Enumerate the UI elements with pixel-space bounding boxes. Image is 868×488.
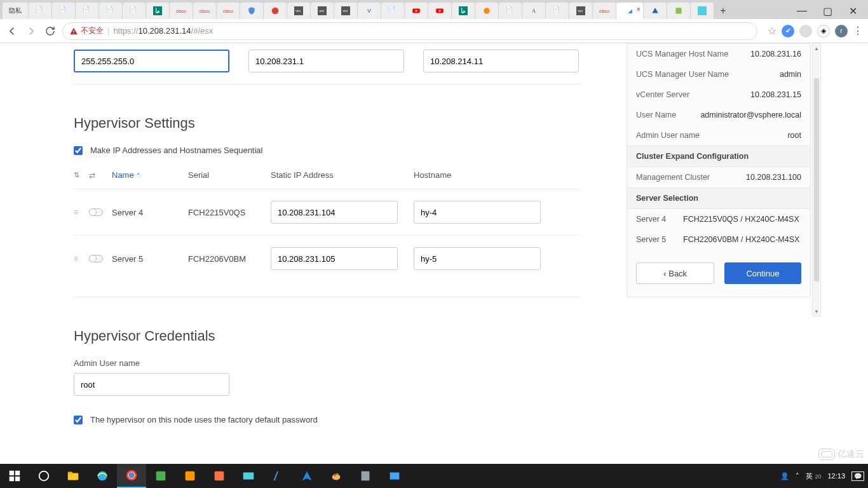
extension-icon-2[interactable] [799,25,812,37]
tab-bing-2[interactable] [452,3,475,19]
tab-vm-3[interactable]: vm [334,3,357,19]
profile-avatar[interactable]: r [835,25,848,37]
tab-cisco-1[interactable]: cisco [170,3,193,19]
filter-toggle-icon[interactable]: ⇄ [89,171,112,180]
scroll-up-icon[interactable]: ▲ [813,44,820,53]
admin-user-input[interactable] [74,373,229,396]
cell-ip-input[interactable] [271,201,398,224]
window-close[interactable]: ✕ [840,3,865,19]
ucs-host-label: UCS Manager Host Name [636,50,728,58]
tab-bing[interactable] [146,3,169,19]
tab-private[interactable]: 隐私 [3,3,28,19]
nav-reload-button[interactable] [43,24,57,38]
drag-handle-icon[interactable]: ≡ [74,254,89,263]
start-button[interactable] [0,464,29,488]
svg-rect-31 [215,471,224,481]
taskbar-app-7[interactable] [322,464,351,488]
taskbar-tray-chevron[interactable]: ˄ [796,472,799,480]
tab-green[interactable] [667,3,690,19]
tab-2[interactable]: 📄 [29,3,51,19]
gateway-input[interactable] [248,50,404,72]
tab-doc-2[interactable]: 📄 [499,3,522,19]
tab-cyan[interactable] [691,3,714,19]
taskbar-people-icon[interactable]: 👤 [780,472,789,480]
dns-input[interactable] [423,50,579,72]
cortana-button[interactable] [29,464,58,488]
taskbar-chrome[interactable] [117,464,146,488]
factory-pw-checkbox-label: The hypervisor on this node uses the fac… [90,415,318,424]
taskbar-ie[interactable] [88,464,117,488]
row-toggle[interactable] [89,255,112,262]
tab-vm-4[interactable]: vm [569,3,592,19]
tab-vm-1[interactable]: vm [287,3,310,19]
url-input[interactable]: 不安全 | https://10.208.231.14/#/esx [62,22,757,40]
factory-pw-checkbox[interactable] [74,416,83,424]
tab-4[interactable]: 📄 [76,3,98,19]
summary-scrollbar[interactable]: ▲ ▼ [812,43,821,316]
factory-pw-checkbox-row[interactable]: The hypervisor on this node uses the fac… [74,415,591,424]
sequential-checkbox-row[interactable]: Make IP Addresses and Hostnames Sequenti… [74,146,591,155]
tab-shield[interactable] [240,3,263,19]
taskbar-app-9[interactable] [380,464,409,488]
sort-direction-icon[interactable]: ⇅ [74,171,89,179]
taskbar-ime[interactable]: 英 20 [806,471,821,481]
chevron-left-icon: ‹ [663,269,666,278]
nav-forward-button[interactable] [24,24,38,38]
extension-icon-1[interactable]: ✔ [782,25,794,37]
extension-icon-3[interactable]: ◈ [817,25,830,37]
hypervisor-credentials-heading: Hypervisor Credentials [74,328,591,344]
cell-hostname-input[interactable] [414,201,541,224]
taskbar-app-8[interactable] [351,464,380,488]
ucs-user-value: admin [780,70,801,79]
window-minimize[interactable]: — [789,3,815,19]
tab-yt-1[interactable] [405,3,428,19]
taskbar-app-5[interactable] [263,464,292,488]
tab-tri-blue[interactable] [644,3,667,19]
col-name-header[interactable]: Name ˄ [112,170,188,180]
taskbar-clock[interactable]: 12:13 [827,472,845,480]
browser-menu-button[interactable]: ⋮ [853,25,863,37]
tab-cisco-2[interactable]: cisco [193,3,216,19]
ucs-user-label: UCS Manager User Name [636,70,729,79]
tab-cisco-3[interactable]: cisco [217,3,240,19]
tab-doc[interactable]: 📄 [381,3,404,19]
scroll-down-icon[interactable]: ▼ [813,307,820,316]
taskbar-app-6[interactable] [292,464,322,488]
tab-doc-3[interactable]: 📄 [546,3,569,19]
tab-a[interactable]: A [522,3,545,19]
svg-text:vm: vm [342,9,348,13]
tab-huawei[interactable] [264,3,287,19]
tab-vm-2[interactable]: vm [311,3,334,19]
tab-yt-2[interactable] [428,3,451,19]
taskbar-app-1[interactable] [146,464,175,488]
window-maximize[interactable]: ▢ [815,3,840,19]
tab-6[interactable]: 📄 [123,3,146,19]
subnet-mask-input[interactable] [74,50,229,72]
new-tab-button[interactable]: + [714,3,732,19]
taskbar-notifications-icon[interactable]: 💬 [851,471,864,481]
scroll-thumb[interactable] [814,78,819,281]
row-toggle[interactable] [89,208,112,216]
tab-5[interactable]: 📄 [99,3,122,19]
nav-back-button[interactable] [5,24,19,38]
tab-3[interactable]: 📄 [52,3,75,19]
tab-active[interactable]: ◢✕ [616,3,643,19]
tab-v[interactable]: V [358,3,381,19]
cell-hostname-input[interactable] [414,247,541,270]
taskbar-app-4[interactable] [234,464,263,488]
close-icon[interactable]: ✕ [636,6,641,13]
admin-user-label: Admin User name [636,131,700,140]
tab-orange[interactable] [475,3,498,19]
taskbar-explorer[interactable] [58,464,88,488]
back-button[interactable]: ‹Back [636,262,714,284]
watermark: 亿速云 [818,449,864,460]
cell-ip-input[interactable] [271,247,398,270]
taskbar-app-2[interactable] [175,464,205,488]
continue-button[interactable]: Continue [724,262,801,284]
drag-handle-icon[interactable]: ≡ [74,208,89,217]
bookmark-star-icon[interactable]: ☆ [768,25,776,37]
sequential-checkbox[interactable] [74,146,83,155]
server4-value: FCH2215V0QS / HX240C-M4SX [683,215,799,224]
tab-cisco-4[interactable]: cisco [593,3,616,19]
taskbar-app-3[interactable] [205,464,234,488]
